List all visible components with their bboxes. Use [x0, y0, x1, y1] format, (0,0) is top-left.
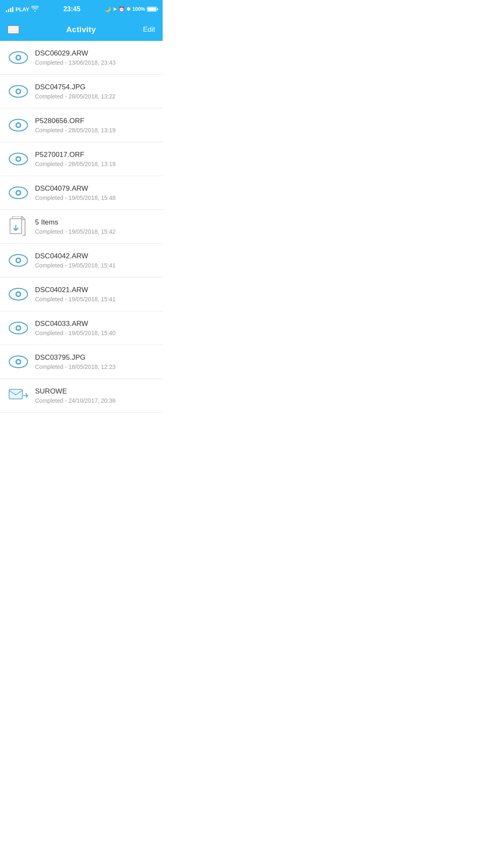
eye-icon	[8, 250, 29, 271]
page-title: Activity	[66, 25, 96, 34]
bluetooth-icon: ✱	[126, 6, 131, 12]
status-bar: PLAY 23:45 🌙 ➤ ⏰ ✱ 100%	[0, 0, 163, 18]
wifi-icon	[31, 6, 39, 13]
menu-line-2	[8, 29, 18, 30]
item-name: DSC06029.ARW	[35, 49, 155, 58]
edit-button[interactable]: Edit	[143, 25, 155, 34]
item-name: P5270017.ORF	[35, 151, 155, 159]
menu-line-3	[8, 32, 18, 33]
svg-point-8	[17, 124, 20, 127]
item-info: P5280656.ORF Completed - 28/05/2018, 13:…	[35, 117, 155, 134]
item-status: Completed - 19/05/2018, 15:48	[35, 194, 155, 201]
item-status: Completed - 28/05/2018, 13:19	[35, 161, 155, 167]
clock: 23:45	[63, 5, 80, 13]
eye-icon	[8, 351, 29, 373]
eye-icon	[8, 182, 29, 204]
item-info: DSC06029.ARW Completed - 13/06/2018, 23:…	[35, 49, 155, 66]
item-status: Completed - 19/05/2018, 15:40	[35, 330, 155, 336]
svg-point-24	[17, 327, 20, 330]
eye-icon	[8, 114, 29, 136]
svg-rect-28	[9, 389, 23, 399]
list-item[interactable]: DSC04042.ARW Completed - 19/05/2018, 15:…	[0, 244, 163, 278]
list-item[interactable]: DSC04033.ARW Completed - 19/05/2018, 15:…	[0, 311, 163, 345]
item-info: P5270017.ORF Completed - 28/05/2018, 13:…	[35, 151, 155, 167]
item-status: Completed - 19/05/2018, 15:42	[35, 228, 155, 235]
item-info: DSC03795.JPG Completed - 18/05/2018, 12:…	[35, 353, 155, 370]
list-item[interactable]: DSC03795.JPG Completed - 18/05/2018, 12:…	[0, 345, 163, 379]
item-info: DSC04021.ARW Completed - 19/05/2018, 15:…	[35, 286, 155, 303]
item-status: Completed - 28/05/2018, 13:19	[35, 127, 155, 134]
item-info: DSC04079.ARW Completed - 19/05/2018, 15:…	[35, 184, 155, 201]
list-item[interactable]: P5280656.ORF Completed - 28/05/2018, 13:…	[0, 108, 163, 142]
carrier-label: PLAY	[15, 6, 29, 13]
eye-icon	[8, 47, 29, 68]
nav-bar: Activity Edit	[0, 18, 163, 41]
item-name: P5280656.ORF	[35, 117, 155, 125]
svg-point-11	[17, 158, 20, 161]
item-status: Completed - 24/10/2017, 20:38	[35, 397, 155, 404]
location-icon: ➤	[113, 6, 117, 12]
activity-list: DSC06029.ARW Completed - 13/06/2018, 23:…	[0, 41, 163, 413]
item-name: DSC04079.ARW	[35, 184, 155, 193]
menu-button[interactable]	[8, 25, 19, 34]
item-info: SUROWE Completed - 24/10/2017, 20:38	[35, 387, 155, 404]
list-item[interactable]: DSC04079.ARW Completed - 19/05/2018, 15:…	[0, 176, 163, 210]
item-info: DSC04042.ARW Completed - 19/05/2018, 15:…	[35, 252, 155, 269]
list-item[interactable]: DSC04754.JPG Completed - 28/05/2018, 13:…	[0, 75, 163, 108]
mail-send-icon	[8, 385, 29, 406]
item-name: DSC04754.JPG	[35, 83, 155, 91]
eye-icon	[8, 283, 29, 305]
alarm-icon: ⏰	[118, 6, 125, 12]
list-item[interactable]: 5 Items Completed - 19/05/2018, 15:42	[0, 210, 163, 244]
item-name: 5 Items	[35, 218, 155, 227]
item-name: DSC04042.ARW	[35, 252, 155, 260]
eye-icon	[8, 81, 29, 102]
item-status: Completed - 19/05/2018, 15:41	[35, 262, 155, 269]
item-name: DSC03795.JPG	[35, 353, 155, 362]
item-info: DSC04033.ARW Completed - 19/05/2018, 15:…	[35, 320, 155, 336]
list-item[interactable]: P5270017.ORF Completed - 28/05/2018, 13:…	[0, 142, 163, 176]
list-item[interactable]: DSC04021.ARW Completed - 19/05/2018, 15:…	[0, 278, 163, 311]
svg-point-21	[17, 293, 20, 296]
item-name: DSC04033.ARW	[35, 320, 155, 328]
item-status: Completed - 13/06/2018, 23:43	[35, 59, 155, 66]
battery-fill	[148, 8, 156, 11]
svg-point-18	[17, 259, 20, 262]
item-info: 5 Items Completed - 19/05/2018, 15:42	[35, 218, 155, 235]
menu-line-1	[8, 26, 18, 27]
item-status: Completed - 18/05/2018, 12:23	[35, 363, 155, 370]
status-left: PLAY	[6, 6, 39, 13]
moon-icon: 🌙	[105, 6, 111, 12]
item-status: Completed - 19/05/2018, 15:41	[35, 296, 155, 303]
download-icon	[8, 216, 29, 237]
svg-point-5	[17, 90, 20, 93]
svg-point-27	[17, 361, 20, 363]
signal-icon	[6, 6, 13, 12]
item-name: SUROWE	[35, 387, 155, 396]
battery-percent: 100%	[132, 6, 145, 12]
item-status: Completed - 28/05/2018, 13:22	[35, 93, 155, 100]
list-item[interactable]: SUROWE Completed - 24/10/2017, 20:38	[0, 379, 163, 413]
item-info: DSC04754.JPG Completed - 28/05/2018, 13:…	[35, 83, 155, 100]
svg-point-2	[17, 56, 20, 59]
list-item[interactable]: DSC06029.ARW Completed - 13/06/2018, 23:…	[0, 41, 163, 75]
eye-icon	[8, 317, 29, 339]
status-right: 🌙 ➤ ⏰ ✱ 100%	[105, 6, 157, 12]
item-name: DSC04021.ARW	[35, 286, 155, 294]
battery-icon	[147, 7, 157, 12]
eye-icon	[8, 148, 29, 170]
svg-point-14	[17, 192, 20, 194]
